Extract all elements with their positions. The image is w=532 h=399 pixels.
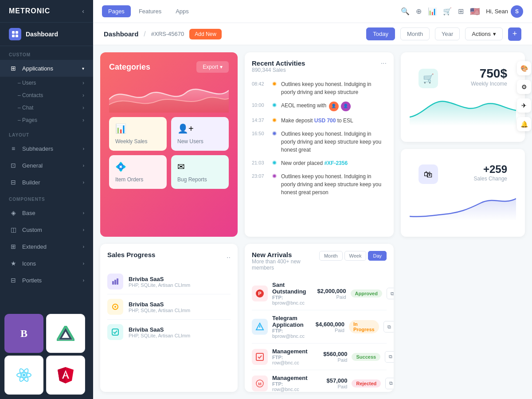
sidebar-item-base[interactable]: ◈ Base ›: [0, 204, 93, 221]
timeline-text: AEOL meeting with 👤 👤: [281, 102, 387, 111]
timeline-dot: [272, 82, 277, 86]
timeline: 08:42 Outlines keep you honest. Indulgin…: [252, 80, 387, 196]
chevron-down-icon: ▾: [82, 66, 84, 71]
sidebar-item-pages[interactable]: – Pages›: [0, 114, 93, 126]
topnav-tab-features[interactable]: Features: [133, 5, 168, 17]
sidebar-item-users[interactable]: – Users›: [0, 77, 93, 89]
prog-sub: PHP, SQLite, Artisan CLImm: [129, 333, 231, 338]
arrival-logo: [252, 319, 268, 335]
time-label: 23:07: [252, 172, 268, 179]
chevron-down-icon: ▾: [493, 31, 496, 37]
copy-button[interactable]: ⧉: [387, 288, 394, 299]
timeline-item: 21:03 New order placed #XF-2356: [252, 159, 387, 167]
add-new-button[interactable]: Add New: [189, 29, 222, 39]
chevron-icon: ›: [83, 227, 84, 232]
progress-item: Briviba SaaS PHP, SQLite, Artisan CLImm: [107, 320, 231, 344]
sidebar-item-extended[interactable]: ⊞ Extended ›: [0, 238, 93, 255]
time-label: 10:00: [252, 102, 268, 108]
arrival-sub: FTP: bprow@bnc.cc: [272, 295, 306, 305]
arrival-name: Telegram Application: [272, 315, 305, 328]
general-icon: ⊡: [9, 161, 18, 170]
amount-link[interactable]: USD 700: [314, 117, 336, 124]
order-link[interactable]: #XF-2356: [324, 160, 348, 166]
timeline-dot: [272, 103, 277, 107]
period-month-button[interactable]: Month: [400, 27, 430, 40]
chevron-icon: ›: [83, 163, 84, 168]
period-today-button[interactable]: Today: [366, 27, 395, 40]
orders-icon: 💠: [115, 161, 160, 172]
topnav-tab-pages[interactable]: Pages: [102, 5, 131, 17]
sidebar-collapse-button[interactable]: ‹: [82, 8, 84, 15]
timeline-dot: [272, 118, 277, 122]
category-bug-reports[interactable]: ✉ Bug Reports: [171, 155, 229, 189]
main-area: Pages Features Apps 🔍 ⊕ 📊 🛒 ⊞ 🇺🇸 Hi, Sea…: [93, 0, 532, 399]
sidebar-item-icons[interactable]: ★ Icons ›: [0, 255, 93, 272]
topnav-avatar[interactable]: S: [511, 5, 523, 18]
export-button[interactable]: Export ▾: [196, 61, 229, 73]
add-button[interactable]: +: [508, 27, 521, 41]
settings-icon[interactable]: ⚙: [517, 80, 531, 94]
bar-chart-icon: 📊: [115, 123, 160, 134]
svg-text:P: P: [258, 291, 261, 296]
icons-icon: ★: [9, 259, 18, 268]
search-icon[interactable]: 🔍: [401, 7, 410, 16]
income-icon: 🛒: [419, 69, 438, 88]
flag-icon[interactable]: 🇺🇸: [470, 7, 480, 16]
bootstrap-logo: B: [4, 314, 43, 353]
sidebar-item-custom[interactable]: ◫ Custom ›: [0, 221, 93, 238]
sidebar-item-builder[interactable]: ⊟ Builder ›: [0, 174, 93, 191]
chevron-icon: ›: [83, 180, 84, 185]
arrival-price-block: $2,000,000 Paid: [311, 288, 346, 300]
income-label: Weekly Income: [471, 81, 507, 87]
sidebar-item-applications[interactable]: ⊞ Applications ▾: [0, 60, 93, 77]
grid-icon[interactable]: ⊞: [458, 7, 464, 16]
activities-title: Recent Activities: [252, 59, 305, 67]
topnav-tab-apps[interactable]: Apps: [169, 5, 195, 17]
custom-label: Custom: [22, 227, 42, 233]
topnav: Pages Features Apps 🔍 ⊕ 📊 🛒 ⊞ 🇺🇸 Hi, Sea…: [93, 0, 532, 23]
actions-button[interactable]: Actions ▾: [465, 27, 503, 40]
general-label: General: [22, 162, 43, 169]
paint-icon[interactable]: 🎨: [517, 61, 531, 75]
timeline-text: Outlines keep you honest. Indulging in p…: [281, 130, 387, 154]
layout-section-label: LAYOUT: [0, 126, 93, 140]
sidebar-item-general[interactable]: ⊡ General ›: [0, 157, 93, 174]
sidebar-item-chat[interactable]: – Chat›: [0, 102, 93, 114]
activities-subtitle: 890,344 Sales: [252, 67, 305, 73]
sidebar-item-portlets[interactable]: ⊟ Portlets ›: [0, 272, 93, 289]
send-icon[interactable]: ✈: [517, 98, 531, 113]
svg-rect-1: [16, 31, 18, 34]
arrival-logo: P: [252, 286, 268, 301]
logo-text: METRONIC: [9, 7, 50, 15]
sales-progress-title: Sales Progress: [107, 251, 155, 258]
svg-rect-0: [12, 31, 15, 34]
period-year-button[interactable]: Year: [435, 27, 460, 40]
progress-menu-icon[interactable]: ··: [227, 254, 231, 262]
period-month-btn[interactable]: Month: [319, 251, 343, 261]
sidebar-item-subheaders[interactable]: ≡ Subheaders ›: [0, 140, 93, 157]
category-weekly-sales[interactable]: 📊 Weekly Sales: [109, 117, 167, 151]
svg-rect-3: [16, 35, 18, 37]
category-new-users[interactable]: 👤+ New Users: [171, 117, 229, 151]
copy-button[interactable]: ⧉: [383, 321, 394, 332]
copy-button[interactable]: ⧉: [385, 351, 394, 363]
category-item-orders[interactable]: 💠 Item Orders: [109, 155, 167, 189]
copy-button[interactable]: ⧉: [385, 378, 394, 389]
cart-icon[interactable]: 🛒: [443, 7, 452, 16]
period-week-btn[interactable]: Week: [344, 251, 367, 261]
sidebar-dashboard-item[interactable]: Dashboard: [0, 23, 93, 46]
chevron-icon: ›: [83, 261, 84, 266]
arrival-paid: Paid: [312, 384, 347, 389]
category-label: Item Orders: [115, 176, 160, 183]
sidebar-logo: METRONIC ‹: [0, 0, 93, 23]
avatar: 👤: [329, 102, 339, 111]
progress-info: Briviba SaaS PHP, SQLite, Artisan CLImm: [129, 301, 231, 313]
notification-icon[interactable]: 🔔: [517, 117, 531, 131]
sidebar-item-contacts[interactable]: – Contacts›: [0, 89, 93, 102]
categories-header: Categories Export ▾: [109, 61, 229, 73]
period-day-btn[interactable]: Day: [368, 251, 387, 261]
activities-menu-icon[interactable]: ···: [381, 59, 387, 67]
chart-icon[interactable]: 📊: [428, 7, 437, 16]
network-icon[interactable]: ⊕: [416, 7, 422, 16]
breadcrumb-title: Dashboard: [104, 30, 138, 38]
